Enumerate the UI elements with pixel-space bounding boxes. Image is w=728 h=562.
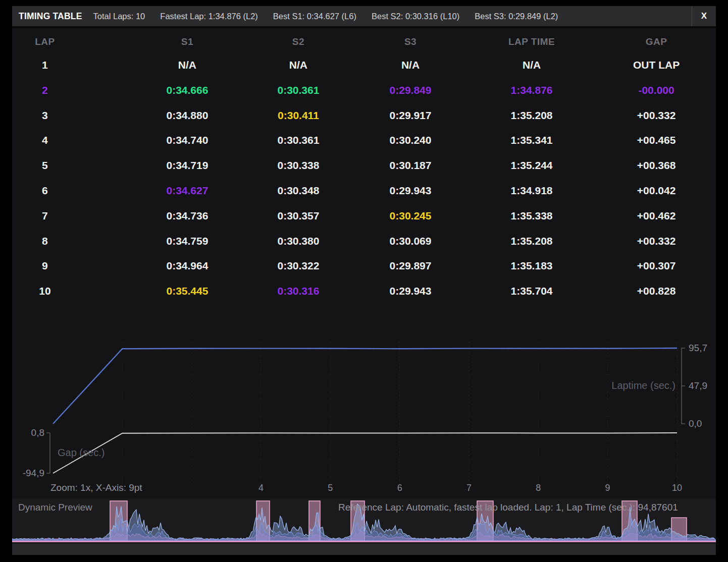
table-cell: +00.332 [637,103,676,128]
table-cell: 0:29.943 [390,278,432,304]
table-cell: +00.368 [637,153,676,178]
table-cell: 1 [42,52,48,78]
table-cell: 0:29.849 [390,78,432,103]
table-cell: 0:34.964 [167,253,209,278]
gap-tick-label: 0,8 [31,427,44,438]
table-cell: 0:30.357 [277,203,319,229]
table-row: 30:34.8800:30.4110:29.9171:35.208+00.332 [12,103,716,128]
table-cell: 0:34.736 [167,203,209,229]
column-header: S3 [404,31,417,52]
laptime-tick-label: 0,0 [689,418,702,429]
table-cell: 0:30.187 [390,153,432,178]
table-cell: 0:29.943 [390,178,432,203]
table-cell: 1:35.208 [511,229,553,254]
reference-lap-status: Reference Lap: Automatic, fastest lap lo… [338,502,678,513]
laptime-axis-title: Laptime (sec.) [611,380,675,391]
chart-canvas[interactable]: 95,747,90,0Laptime (sec.)0,8-94,9Gap (se… [12,319,716,498]
laptime-gap-chart[interactable]: 95,747,90,0Laptime (sec.)0,8-94,9Gap (se… [12,319,716,498]
table-cell: 5 [42,153,48,178]
dynamic-preview-strip[interactable]: Dynamic Preview Reference Lap: Automatic… [12,498,716,544]
table-cell: 1:34.876 [511,78,553,103]
table-cell: 0:30.338 [277,153,319,178]
window-title: TIMING TABLE [19,11,82,22]
table-row: 90:34.9640:30.3220:29.8971:35.183+00.307 [12,253,716,278]
preview-baseline [12,541,716,542]
table-cell: 0:30.348 [277,178,319,203]
table-row: 80:34.7590:30.3800:30.0691:35.208+00.332 [12,229,716,254]
x-tick-label: 5 [328,483,333,493]
stat-best-s2: Best S2: 0:30.316 (L10) [372,12,459,21]
table-cell: 0:30.069 [390,229,432,254]
x-tick-label: 7 [466,483,472,493]
table-cell: 0:35.445 [167,278,209,304]
close-button[interactable]: X [692,6,716,26]
x-tick-label: 9 [605,483,610,493]
table-cell: 0:30.240 [390,128,432,153]
table-cell: 0:30.411 [278,103,319,128]
gap-axis-title: Gap (sec.) [58,447,105,458]
table-cell: 1:35.341 [511,128,553,153]
table-cell: 2 [42,78,48,103]
table-cell: N/A [178,52,196,78]
timing-table: LAPS1S2S3LAP TIMEGAP1N/AN/AN/AN/AOUT LAP… [12,28,716,304]
table-cell: 1:35.244 [511,153,553,178]
table-cell: 0:30.361 [277,128,319,153]
table-cell: 9 [42,253,48,278]
x-tick-label: 6 [397,483,402,493]
table-cell: 0:34.740 [167,128,209,153]
table-row: 50:34.7190:30.3380:30.1871:35.244+00.368 [12,153,716,178]
column-header: S1 [181,31,193,52]
table-cell: 0:29.917 [390,103,432,128]
table-cell: +00.307 [637,253,676,278]
table-cell: 7 [42,203,48,229]
stat-fastest-lap: Fastest Lap: 1:34.876 (L2) [160,12,258,21]
column-header: LAP TIME [508,31,555,52]
table-cell: +00.465 [637,128,676,153]
table-cell: 1:35.338 [511,203,553,229]
dynamic-preview-label: Dynamic Preview [18,502,92,513]
stat-best-s3: Best S3: 0:29.849 (L2) [475,12,558,21]
stat-total-laps: Total Laps: 10 [93,12,145,21]
table-cell: 0:34.759 [167,229,209,254]
gap-axis [46,433,50,473]
zoom-status-label: Zoom: 1x, X-Axis: 9pt [50,482,142,493]
table-cell: N/A [523,52,541,78]
bottom-bar [12,544,716,555]
table-row: 60:34.6270:30.3480:29.9431:34.918+00.042 [12,178,716,203]
table-row: 100:35.4450:30.3160:29.9431:35.704+00.82… [12,278,716,304]
table-cell: 0:34.627 [167,178,209,203]
column-header: GAP [646,31,667,52]
table-cell: +00.332 [637,229,676,254]
column-header: LAP [35,31,55,52]
table-cell: 6 [42,178,48,203]
table-cell: 0:34.719 [167,153,209,178]
table-cell: 0:34.880 [167,103,209,128]
stat-best-s1: Best S1: 0:34.627 (L6) [273,12,356,21]
column-header: S2 [292,31,304,52]
table-cell: 10 [39,278,50,304]
table-cell: OUT LAP [633,52,680,78]
x-tick-label: 10 [672,483,682,493]
table-cell: N/A [289,52,307,78]
table-cell: 8 [42,229,48,254]
table-cell: 4 [42,128,48,153]
table-cell: N/A [401,52,420,78]
plot-area [50,348,680,491]
table-header-row: LAPS1S2S3LAP TIMEGAP [12,31,716,52]
laptime-tick-label: 47,9 [689,380,707,391]
table-row: 20:34.6660:30.3610:29.8491:34.876-00.000 [12,78,716,103]
table-cell: 0:30.361 [277,78,319,103]
table-cell: 0:30.380 [277,229,319,254]
x-tick-label: 4 [258,483,264,493]
table-cell: +00.042 [637,178,676,203]
titlebar[interactable]: TIMING TABLE Total Laps: 10 Fastest Lap:… [12,6,716,28]
table-row: 70:34.7360:30.3570:30.2451:35.338+00.462 [12,203,716,229]
timing-table-window: TIMING TABLE Total Laps: 10 Fastest Lap:… [12,6,716,555]
table-cell: 1:35.183 [511,253,553,278]
table-cell: 0:29.897 [390,253,432,278]
table-cell: 0:30.316 [277,278,319,304]
table-cell: 0:30.245 [390,203,432,229]
table-cell: +00.828 [637,278,676,304]
laptime-tick-label: 95,7 [689,343,707,353]
table-row: 1N/AN/AN/AN/AOUT LAP [12,52,716,78]
